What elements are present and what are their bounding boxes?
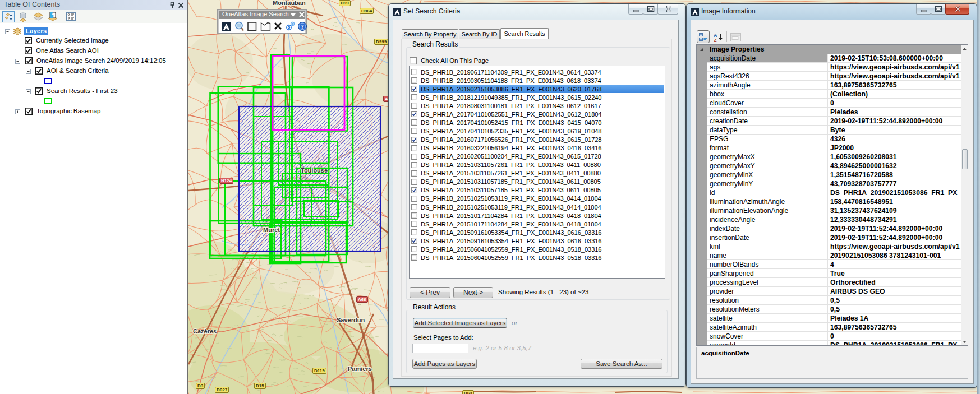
- svg-text:Muret: Muret: [263, 226, 280, 233]
- svg-text:Toulouse: Toulouse: [301, 167, 328, 174]
- svg-text:Saverdun: Saverdun: [337, 317, 365, 323]
- svg-text:Cazères: Cazères: [193, 328, 217, 335]
- svg-text:Pamiers: Pamiers: [348, 365, 372, 372]
- svg-text:?: ?: [301, 23, 304, 30]
- svg-text:Z: Z: [714, 38, 717, 43]
- svg-text:Montauban: Montauban: [273, 0, 306, 6]
